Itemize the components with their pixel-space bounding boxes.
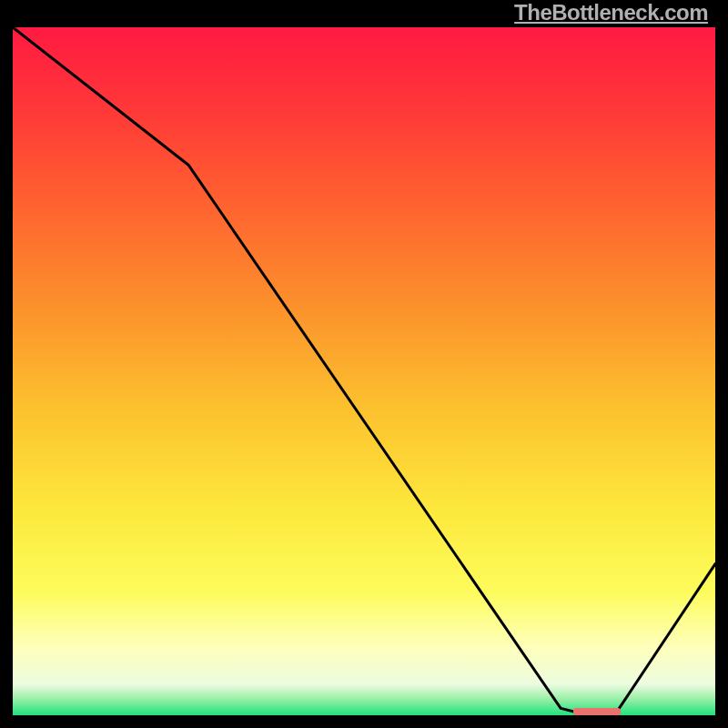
source-watermark[interactable]: TheBottleneck.com <box>514 0 708 25</box>
gradient-background <box>13 27 715 715</box>
bottleneck-chart <box>13 27 715 715</box>
optimal-marker <box>573 708 621 715</box>
